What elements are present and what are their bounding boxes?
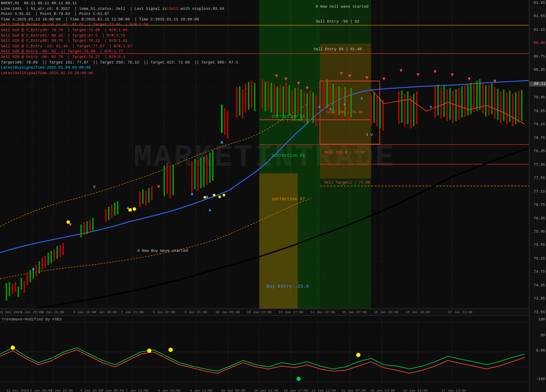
time-axis: 31 Dec 2024 2 Jan 20:00 3 Jan 15:00 6 Ja… bbox=[0, 308, 529, 315]
svg-text:13 Jan 17:00: 13 Jan 17:00 bbox=[284, 389, 308, 392]
svg-text:10 Jan 22:00: 10 Jan 22:00 bbox=[254, 389, 279, 392]
chart-container: MARKETINTRADE bbox=[0, 0, 546, 392]
svg-text:16 Jan 18:00: 16 Jan 18:00 bbox=[403, 389, 428, 392]
svg-text:I V: I V bbox=[366, 133, 373, 137]
time-label-jan2: 2 Jan 20:00 bbox=[20, 310, 43, 314]
svg-text:▲: ▲ bbox=[220, 139, 224, 145]
svg-point-188 bbox=[203, 196, 206, 199]
time-label-jan8: 8 Jan 16:00 bbox=[153, 310, 175, 314]
svg-text:Sell 161.8 | 77.87: Sell 161.8 | 77.87 bbox=[324, 150, 366, 155]
svg-text:31 Dec 2024: 31 Dec 2024 bbox=[6, 389, 29, 392]
svg-rect-20 bbox=[259, 173, 298, 315]
svg-text:▼: ▼ bbox=[493, 78, 497, 84]
osc-label-0: 0.00 bbox=[536, 349, 545, 353]
svg-text:correction 61: correction 61 bbox=[272, 153, 305, 158]
svg-text:▲: ▲ bbox=[318, 104, 320, 109]
svg-text:6 Jan 10:00: 6 Jan 10:00 bbox=[80, 389, 103, 392]
price-7555: 75.55 bbox=[529, 243, 546, 247]
svg-text:15 Jan 23:00: 15 Jan 23:00 bbox=[370, 389, 395, 392]
time-label-dec31: 31 Dec 2024 bbox=[0, 310, 22, 314]
svg-text:Buy Entry -23.6: Buy Entry -23.6 bbox=[267, 283, 309, 288]
time-label-jan14: 14 Jan 12:00 bbox=[311, 310, 335, 314]
oscillator-panel: TrendWave-Modified By FSB3 bbox=[0, 315, 529, 392]
price-8115: 81.15 bbox=[529, 28, 546, 32]
svg-text:▼: ▼ bbox=[433, 69, 437, 75]
svg-text:▼: ▼ bbox=[340, 71, 343, 77]
svg-text:Sell Entry -50 | 82: Sell Entry -50 | 82 bbox=[316, 19, 359, 24]
svg-text:▼: ▼ bbox=[284, 76, 288, 82]
time-label-jan13: 13 Jan 17:00 bbox=[279, 310, 303, 314]
svg-text:2 Jan 20:00: 2 Jan 20:00 bbox=[30, 389, 52, 392]
price-7635: 76.35 bbox=[529, 216, 546, 221]
svg-text:correction 87: correction 87 bbox=[272, 197, 305, 202]
svg-point-213 bbox=[168, 348, 173, 352]
trendwave-label: TrendWave-Modified By FSB3 bbox=[2, 317, 61, 322]
svg-text:▲: ▲ bbox=[343, 102, 346, 107]
price-axis: 81.95 81.55 81.15 80.99 80.75 80.35 80.1… bbox=[529, 0, 546, 315]
price-8075: 80.75 bbox=[529, 55, 546, 59]
time-label-jan17: 17 Jan 13:00 bbox=[448, 310, 473, 314]
time-label-jan3: 3 Jan 15:00 bbox=[42, 310, 64, 314]
time-label-jan9: 9 Jan 11:00 bbox=[184, 310, 207, 314]
svg-text:▼: ▼ bbox=[450, 72, 454, 78]
chart-svg: ▲ ▲ ▲ ▲ ▲ ▲ ▼ ▼ ▼ ▼ ▼ ▼ ▼ ▼ ▼ ▼ ▼ ▼ ▼ ▼ … bbox=[0, 0, 529, 315]
svg-text:17 Jan 13:00: 17 Jan 13:00 bbox=[441, 389, 466, 392]
price-7675: 76.75 bbox=[529, 203, 546, 207]
price-7915: 79.15 bbox=[529, 122, 546, 127]
svg-point-187 bbox=[133, 208, 136, 211]
svg-text:▲: ▲ bbox=[190, 191, 194, 197]
svg-text:V: V bbox=[93, 184, 96, 189]
price-7435: 74.35 bbox=[529, 283, 546, 288]
svg-text:10 Jan 06:00: 10 Jan 06:00 bbox=[221, 389, 246, 392]
svg-text:8 Jan 16:00: 8 Jan 16:00 bbox=[158, 389, 180, 392]
svg-point-189 bbox=[213, 194, 215, 196]
price-7395: 73.95 bbox=[529, 297, 546, 301]
osc-label-minus100: -100 bbox=[536, 377, 545, 381]
oscillator-svg: 31 Dec 2024 2 Jan 20:00 3 Jan 15:00 6 Ja… bbox=[0, 316, 529, 392]
svg-text:14 Jan 12:00: 14 Jan 12:00 bbox=[311, 389, 336, 392]
time-label-jan16: 16 Jan 18:00 bbox=[406, 310, 430, 314]
svg-text:9 Jan 11:00: 9 Jan 11:00 bbox=[190, 389, 212, 392]
svg-text:7 Jan 05:00: 7 Jan 05:00 bbox=[102, 389, 124, 392]
svg-text:Sell Entry 88 | 81.48: Sell Entry 88 | 81.48 bbox=[314, 46, 362, 51]
price-8099: 80.99 bbox=[529, 41, 546, 45]
time-label-jan15a: 15 Jan 07:00 bbox=[342, 310, 367, 314]
price-current: 80.11 bbox=[529, 81, 546, 86]
svg-point-185 bbox=[67, 220, 70, 224]
price-8035: 80.35 bbox=[529, 68, 546, 72]
osc-label-50: 50 bbox=[540, 333, 545, 337]
time-label-jan10b: 10 Jan 22:00 bbox=[247, 310, 272, 314]
time-label-jan7a: 7 Jan 05:00 bbox=[95, 310, 117, 314]
svg-text:| | | 79.13: | | | 79.13 bbox=[277, 118, 302, 122]
price-7875: 78.75 bbox=[529, 136, 546, 140]
svg-text:▲: ▲ bbox=[430, 104, 432, 109]
osc-label-100: 100 bbox=[538, 317, 545, 322]
svg-text:▲: ▲ bbox=[209, 208, 212, 213]
svg-text:▲: ▲ bbox=[32, 266, 35, 272]
price-7715: 77.15 bbox=[529, 190, 546, 194]
time-label-jan7b: 7 Jan 21:00 bbox=[121, 310, 144, 314]
oscillator-price-axis: 100 50 0.00 -100 bbox=[529, 315, 546, 392]
price-7955: 79.55 bbox=[529, 109, 546, 113]
svg-text:▼: ▼ bbox=[382, 76, 386, 82]
svg-text:0 New Sell wave started: 0 New Sell wave started bbox=[316, 4, 369, 9]
price-7835: 78.35 bbox=[529, 149, 546, 153]
svg-rect-206 bbox=[0, 316, 529, 392]
price-7355: 73.55 bbox=[529, 310, 546, 314]
time-label-jan15b: 15 Jan 23:00 bbox=[374, 310, 398, 314]
price-7995: 79.95 bbox=[529, 95, 546, 100]
price-8195: 81.95 bbox=[529, 1, 546, 5]
price-7755: 77.55 bbox=[529, 176, 546, 180]
time-label-jan10a: 10 Jan 06:00 bbox=[215, 310, 240, 314]
price-7475: 74.75 bbox=[529, 270, 546, 274]
svg-text:▼: ▼ bbox=[365, 75, 369, 81]
svg-text:7 Jan 21:00: 7 Jan 21:00 bbox=[126, 389, 148, 392]
svg-text:▼: ▼ bbox=[399, 68, 403, 74]
svg-text:Sell Target2 | 77.05: Sell Target2 | 77.05 bbox=[324, 180, 370, 185]
main-chart: MARKETINTRADE bbox=[0, 0, 529, 315]
svg-text:▼: ▼ bbox=[416, 72, 420, 78]
svg-point-214 bbox=[356, 353, 360, 357]
svg-text:Sell 100 | 79.09: Sell 100 | 79.09 bbox=[326, 110, 363, 115]
svg-text:0 New Buy Wave started: 0 New Buy Wave started bbox=[137, 248, 188, 253]
svg-text:▼: ▼ bbox=[348, 73, 351, 79]
